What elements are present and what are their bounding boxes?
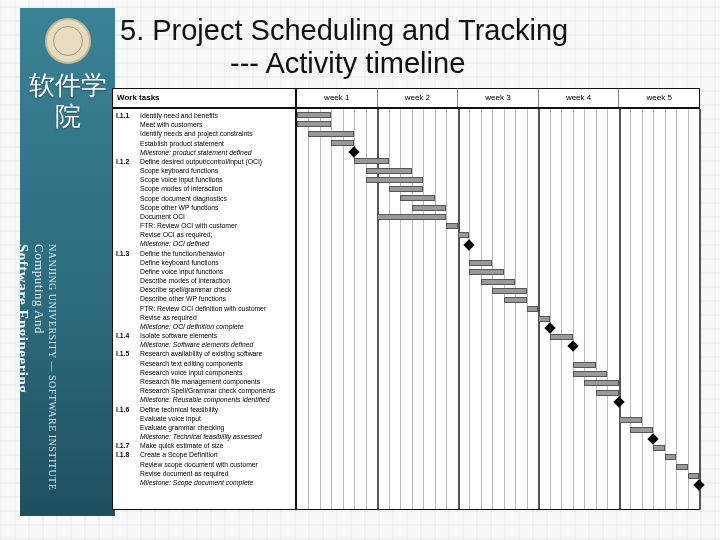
task-id [116,267,140,276]
gantt-bar [331,140,354,146]
gantt-chart: Work tasks week 1week 2week 3week 4week … [112,88,700,510]
task-row: I.1.2Define desired output/control/input… [116,157,292,166]
task-id [116,184,140,193]
task-row: Revise as required [116,313,292,322]
gantt-bar [573,362,596,368]
task-name: Scope other WP functions [140,203,292,212]
task-id: I.1.6 [116,405,140,414]
grid-line [469,109,470,509]
task-id: I.1.2 [116,157,140,166]
task-id [116,148,140,157]
task-row: Research text editing components [116,359,292,368]
task-row: Scope voice input functions [116,175,292,184]
task-row: Milestone: Technical feasibility assesse… [116,432,292,441]
task-row: Meet with customers [116,120,292,129]
gantt-bar [550,334,573,340]
task-id [116,230,140,239]
week-header: week 3 [458,89,539,107]
task-row: Evaluate voice input [116,414,292,423]
task-name: Revise as required [140,313,292,322]
task-row: I.1.4Isolate software elements [116,331,292,340]
grid-line [331,109,332,509]
task-row: Research Spell/Grammar check components [116,386,292,395]
gantt-bar [527,306,538,312]
task-name: Define keyboard functions [140,258,292,267]
grid-line [504,109,505,509]
grid-line [561,109,562,509]
task-name: Create a Scope Definition [140,450,292,459]
task-name: Milestone: OCI defined [140,239,292,248]
task-name: Research voice input components [140,368,292,377]
task-id [116,469,140,478]
task-id [116,139,140,148]
grid-line [596,109,597,509]
task-id [116,432,140,441]
task-row: Define voice input functions [116,267,292,276]
task-id [116,212,140,221]
grid-line [584,109,585,509]
task-name: Review scope document with customer [140,460,292,469]
task-id [116,175,140,184]
task-id [116,386,140,395]
gantt-bar [458,232,469,238]
task-row: Scope keyboard functions [116,166,292,175]
task-id: I.1.8 [116,450,140,459]
task-name: Establish product statement [140,139,292,148]
gantt-bar [469,260,492,266]
task-name: Research text editing components [140,359,292,368]
task-name: Milestone: Scope document complete [140,478,292,487]
grid-line [423,109,424,509]
task-row: Milestone: OCI defined [116,239,292,248]
gantt-bar [366,168,412,174]
task-name: Research availability of existing softwa… [140,349,292,358]
grid-line [676,109,677,509]
sidebar-eng-line2: Computing And [31,244,47,504]
task-id: I.1.3 [116,249,140,258]
task-row: Milestone: Scope document complete [116,478,292,487]
gantt-area [297,109,699,509]
task-id [116,460,140,469]
grid-line [699,109,701,509]
task-id [116,276,140,285]
task-row: Evaluate grammar checking [116,423,292,432]
grid-line [412,109,413,509]
university-seal [45,18,91,64]
task-id [116,221,140,230]
grid-line [688,109,689,509]
gantt-bar [400,195,434,201]
milestone-icon [613,396,624,407]
grid-line [515,109,516,509]
task-name: Scope modes of interaction [140,184,292,193]
grid-line [446,109,447,509]
task-name: Revise OCI as required; [140,230,292,239]
task-id: I.1.1 [116,111,140,120]
title-line1: 5. Project Scheduling and Tracking [120,14,568,46]
task-name: Meet with customers [140,120,292,129]
sidebar-english-text: NANJING UNIVERSITY — SOFTWARE INSTITUTE … [14,244,58,504]
grid-line [550,109,551,509]
task-id [116,285,140,294]
gantt-bar [653,445,664,451]
task-name: Identify needs and project constraints [140,129,292,138]
task-id [116,414,140,423]
task-row: I.1.6Define technical feasibility [116,405,292,414]
task-name: Milestone: Reusable components identifie… [140,395,292,404]
gantt-bar [308,131,354,137]
task-row: Milestone: OCI definition complete [116,322,292,331]
task-row: Milestone: product statement defined [116,148,292,157]
gantt-bar [297,121,331,127]
gantt-bar [504,297,527,303]
task-id [116,258,140,267]
grid-line [642,109,643,509]
grid-line [435,109,436,509]
chart-body: I.1.1Identify need and benefitsMeet with… [113,109,699,509]
grid-line [665,109,666,509]
task-id [116,129,140,138]
task-row: Describe modes of interaction [116,276,292,285]
task-id [116,377,140,386]
task-id [116,423,140,432]
task-name: Milestone: Software elements defined [140,340,292,349]
task-name: Document OCI [140,212,292,221]
gantt-bar [596,390,619,396]
task-row: Scope other WP functions [116,203,292,212]
